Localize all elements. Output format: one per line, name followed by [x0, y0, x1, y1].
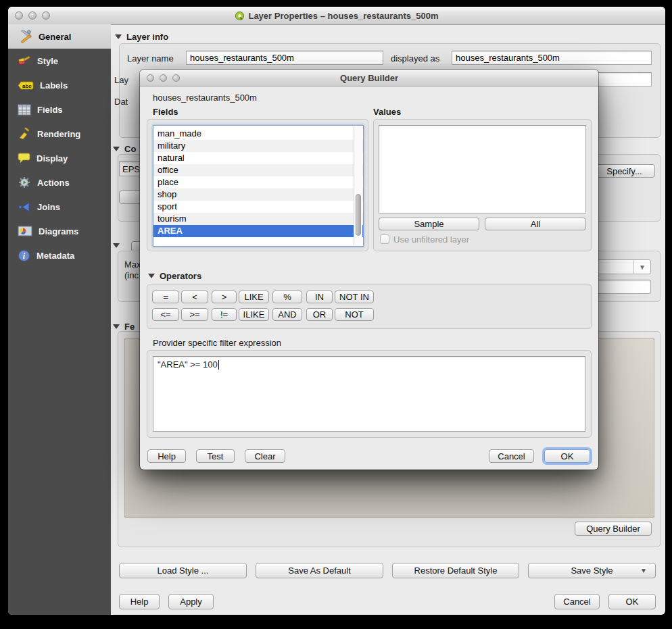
fields-list[interactable]: man_made military natural office place s…	[153, 125, 364, 247]
main-titlebar[interactable]: Layer Properties – houses_restaurants_50…	[8, 7, 665, 25]
help-label: Help	[130, 597, 149, 607]
sidebar-item-style[interactable]: Style	[8, 49, 111, 73]
save-style-label: Save Style	[571, 565, 613, 576]
operator-percent-button[interactable]: %	[272, 291, 302, 303]
field-list-item[interactable]: tourism	[153, 213, 363, 225]
qgis-logo-icon	[235, 11, 245, 21]
sidebar-item-fields[interactable]: Fields	[8, 97, 111, 122]
qb-clear-button[interactable]: Clear	[245, 449, 285, 463]
operator-greaterequal-button[interactable]: >=	[181, 308, 208, 321]
op-label: %	[283, 292, 291, 302]
sidebar-item-metadata[interactable]: i Metadata	[8, 243, 111, 268]
field-list-item[interactable]: place	[153, 176, 363, 188]
sidebar-item-diagrams[interactable]: Diagrams	[8, 219, 111, 243]
operator-greaterthan-button[interactable]: >	[212, 291, 237, 303]
specify-crs-button[interactable]: Specify...	[594, 164, 655, 178]
chevron-down-icon: ▼	[633, 260, 650, 274]
layer-name-input[interactable]	[186, 51, 383, 65]
field-list-item[interactable]: natural	[153, 152, 363, 164]
displayed-as-input[interactable]	[452, 51, 652, 65]
save-style-dropdown-button[interactable]: Save Style ▼	[528, 563, 656, 578]
field-list-item-selected[interactable]: AREA	[153, 225, 363, 237]
operator-equals-button[interactable]: =	[152, 291, 179, 303]
data-source-label-truncated: Dat	[114, 97, 128, 107]
field-list-item[interactable]: office	[153, 164, 363, 176]
inclusive-label-truncated: (inc	[124, 270, 139, 280]
all-label: All	[531, 219, 540, 229]
restore-default-style-button[interactable]: Restore Default Style	[392, 563, 519, 578]
save-as-default-label: Save As Default	[288, 565, 351, 576]
op-label: AND	[278, 309, 296, 320]
op-label: NOT	[345, 309, 363, 320]
collapse-triangle-icon[interactable]	[148, 274, 155, 278]
operator-notequal-button[interactable]: !=	[212, 308, 237, 321]
ok-button[interactable]: OK	[608, 594, 656, 609]
sidebar-item-rendering[interactable]: Rendering	[8, 122, 111, 146]
sidebar-item-label: Diagrams	[39, 226, 78, 236]
op-label: OR	[313, 309, 327, 320]
fields-header: Fields	[153, 107, 178, 117]
window-title-wrap: Layer Properties – houses_restaurants_50…	[8, 11, 665, 21]
collapse-triangle-icon[interactable]	[115, 34, 122, 39]
sidebar-item-labels[interactable]: abc Labels	[8, 73, 111, 97]
operator-or-button[interactable]: OR	[306, 308, 333, 321]
apply-button[interactable]: Apply	[168, 594, 214, 609]
paintbrush-icon	[18, 55, 31, 67]
qb-titlebar[interactable]: Query Builder	[140, 70, 598, 86]
sidebar-item-joins[interactable]: Joins	[8, 195, 111, 219]
filter-expression-textarea[interactable]: "AREA" >= 100	[153, 356, 585, 432]
field-list-item[interactable]: shop	[153, 188, 363, 201]
qb-ok-button[interactable]: OK	[544, 449, 590, 463]
query-builder-button[interactable]: Query Builder	[575, 522, 652, 536]
field-list-item[interactable]: sport	[153, 201, 363, 213]
sample-button[interactable]: Sample	[379, 218, 479, 230]
svg-text:abc: abc	[22, 83, 32, 89]
operator-ilike-button[interactable]: ILIKE	[239, 308, 269, 321]
op-label: >	[222, 292, 227, 302]
operator-lessthan-button[interactable]: <	[181, 291, 208, 303]
minimize-button[interactable]	[28, 11, 37, 20]
operator-in-button[interactable]: IN	[306, 291, 333, 303]
operator-not-button[interactable]: NOT	[335, 308, 374, 321]
field-list-item[interactable]: man_made	[153, 128, 363, 140]
operator-like-button[interactable]: LIKE	[239, 291, 269, 303]
minimize-button[interactable]	[160, 74, 167, 82]
values-list[interactable]	[379, 125, 586, 213]
qb-help-button[interactable]: Help	[147, 449, 186, 463]
collapse-triangle-icon[interactable]	[113, 324, 120, 329]
screen: { "window": { "title": "Layer Properties…	[0, 0, 672, 629]
scale-visibility-header	[113, 243, 120, 248]
qb-ok-label: OK	[561, 451, 574, 461]
filter-expression-text: "AREA" >= 100	[158, 359, 218, 370]
save-as-default-button[interactable]: Save As Default	[256, 563, 383, 578]
zoom-button[interactable]	[42, 11, 50, 20]
qb-cancel-button[interactable]: Cancel	[489, 449, 534, 463]
sidebar-item-label: Rendering	[37, 129, 80, 139]
scrollbar-thumb[interactable]	[356, 194, 361, 236]
field-list-item[interactable]: military	[153, 140, 363, 152]
sidebar-item-actions[interactable]: Actions	[8, 170, 111, 195]
load-style-button[interactable]: Load Style ...	[119, 563, 247, 578]
abc-tag-icon: abc	[18, 80, 34, 91]
fields-scrollbar[interactable]	[354, 126, 362, 245]
operator-notin-button[interactable]: NOT IN	[335, 291, 374, 303]
close-button[interactable]	[15, 11, 23, 20]
cancel-button[interactable]: Cancel	[554, 594, 600, 609]
sidebar-item-general[interactable]: General	[8, 24, 111, 49]
all-button[interactable]: All	[485, 218, 586, 230]
zoom-button[interactable]	[172, 74, 180, 82]
use-unfiltered-checkbox[interactable]	[380, 234, 389, 244]
displayed-as-label: displayed as	[391, 53, 439, 64]
qb-test-button[interactable]: Test	[196, 449, 235, 463]
layer-info-header: Layer info	[115, 32, 168, 42]
help-button[interactable]: Help	[119, 594, 160, 609]
close-button[interactable]	[147, 74, 154, 82]
operator-lessequal-button[interactable]: <=	[152, 308, 179, 321]
collapse-triangle-icon[interactable]	[113, 243, 120, 248]
op-label: NOT IN	[339, 292, 369, 302]
collapse-triangle-icon[interactable]	[113, 147, 120, 151]
op-label: >=	[189, 309, 199, 320]
sidebar-item-display[interactable]: Display	[8, 146, 111, 170]
sidebar-item-label: Actions	[37, 178, 70, 188]
operator-and-button[interactable]: AND	[272, 308, 302, 321]
